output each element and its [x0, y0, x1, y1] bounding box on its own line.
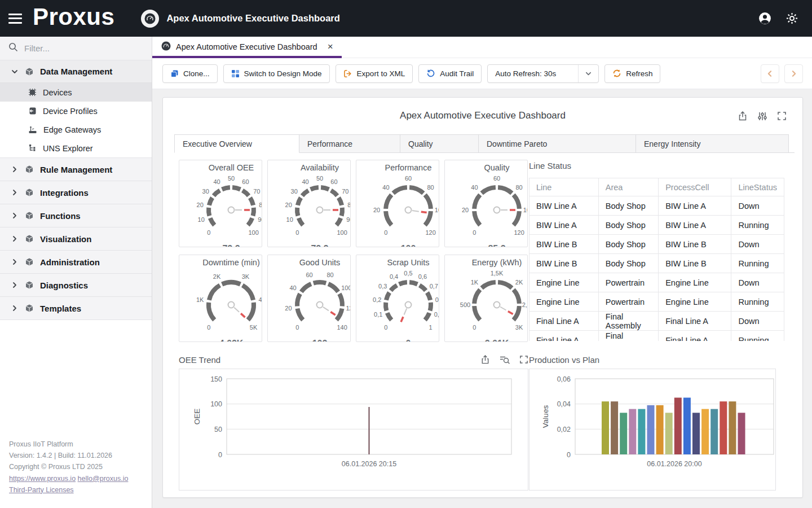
production-title: Production vs Plan — [529, 355, 788, 365]
sidebar-footer: Proxus IIoT Platform Version: 1.4.2 | Bu… — [9, 439, 128, 496]
export-share-icon[interactable] — [480, 354, 490, 365]
page-prev-button[interactable] — [761, 64, 779, 83]
app-title: Apex Automotive Executive Dashboard — [166, 13, 339, 24]
svg-text:2K: 2K — [213, 273, 221, 280]
svg-text:40: 40 — [382, 184, 389, 191]
sidebar-group-diagnostics[interactable]: Diagnostics — [0, 274, 152, 297]
sliders-icon[interactable] — [757, 111, 767, 121]
tab-energy-intensity[interactable]: Energy Intensity — [636, 134, 789, 153]
table-row[interactable]: Final Line AFinal AssemblyFinal Line ARu… — [529, 331, 784, 341]
history-icon — [426, 69, 435, 78]
package-icon — [25, 188, 34, 197]
hamburger-menu-button[interactable] — [8, 14, 22, 24]
auto-refresh-select[interactable]: Auto Refresh: 30s — [487, 64, 599, 83]
clone-button[interactable]: Clone... — [162, 64, 218, 83]
sidebar-item-device-profiles[interactable]: Device Profiles — [0, 102, 152, 120]
sidebar-group-label: Data Management — [40, 67, 112, 76]
footer-email-link[interactable]: hello@proxus.io — [78, 475, 129, 483]
svg-text:4K: 4K — [259, 296, 262, 303]
chevron-right-icon — [11, 258, 19, 266]
sidebar-filter — [0, 37, 152, 60]
svg-text:5K: 5K — [250, 324, 258, 331]
design-mode-icon — [231, 69, 240, 78]
sidebar-group-integrations[interactable]: Integrations — [0, 181, 152, 204]
data-zoom-icon[interactable] — [499, 354, 510, 365]
sidebar-item-edge-gateways[interactable]: Edge Gateways — [0, 120, 152, 139]
table-row[interactable]: Engine LinePowertrainEngine LineRunning — [529, 292, 784, 312]
fullscreen-icon[interactable] — [777, 111, 787, 121]
bar — [701, 409, 709, 454]
sidebar-item-label: Device Profiles — [43, 107, 98, 116]
chevron-down-icon — [578, 65, 598, 82]
sidebar-group-administration[interactable]: Administration — [0, 251, 152, 274]
svg-text:10: 10 — [286, 216, 293, 223]
tab-close-icon[interactable]: × — [328, 42, 333, 51]
active-tab-underline — [152, 56, 342, 58]
svg-text:50: 50 — [214, 426, 222, 433]
switch-design-mode-button[interactable]: Switch to Design Mode — [223, 64, 330, 83]
sidebar-group-label: Rule Management — [40, 165, 112, 174]
bar — [710, 409, 718, 454]
sidebar-group-data-management[interactable]: Data Management — [0, 60, 152, 83]
export-xml-button[interactable]: Export to XML — [336, 64, 413, 83]
sidebar-item-uns-explorer[interactable]: UNS Explorer — [0, 139, 152, 157]
svg-text:OEE: OEE — [193, 409, 201, 425]
bar — [683, 398, 691, 455]
svg-text:20: 20 — [373, 207, 380, 213]
gauge-performance: Performance020406080100120100 — [356, 160, 439, 247]
dashboard-document-tab[interactable]: Apex Automotive Executive Dashboard × — [152, 37, 342, 56]
svg-text:0,6: 0,6 — [418, 273, 427, 280]
svg-text:140: 140 — [337, 324, 347, 331]
gauge-title: Quality — [466, 163, 527, 175]
filter-input[interactable] — [24, 43, 143, 53]
page-next-button[interactable] — [784, 64, 803, 83]
bar — [611, 401, 618, 454]
tab-executive-overview[interactable]: Executive Overview — [174, 134, 299, 153]
oee-trend-section: OEE Trend 150100500OEE06.01.2026 20:15 — [179, 352, 528, 491]
audit-trail-button[interactable]: Audit Trail — [418, 64, 482, 83]
svg-text:60: 60 — [306, 271, 312, 278]
settings-gear-icon[interactable] — [785, 12, 798, 25]
package-icon — [25, 165, 34, 174]
gauge-value: 100 — [378, 244, 439, 247]
gauge-title: Overall OEE — [201, 163, 262, 175]
table-row[interactable]: BIW Line BBody ShopBIW Line BRunning — [529, 254, 784, 273]
svg-text:06.01.2026 20:15: 06.01.2026 20:15 — [342, 460, 396, 468]
chevron-right-icon — [11, 235, 19, 243]
tab-downtime-pareto[interactable]: Downtime Pareto — [478, 134, 636, 153]
tab-performance[interactable]: Performance — [299, 134, 400, 153]
fullscreen-icon[interactable] — [519, 355, 528, 364]
account-icon[interactable] — [758, 11, 772, 25]
svg-text:120: 120 — [514, 229, 524, 236]
table-row[interactable]: BIW Line ABody ShopBIW Line ADown — [529, 196, 784, 216]
oee-trend-title: OEE Trend — [179, 355, 480, 365]
production-vs-plan-section: Production vs Plan 0,060,040,020Values06… — [529, 352, 788, 491]
footer-licenses-link[interactable]: Third-Party Licenses — [9, 486, 74, 494]
bar — [602, 401, 609, 454]
table-row[interactable]: BIW Line BBody ShopBIW Line BDown — [529, 235, 784, 254]
sidebar-item-devices[interactable]: Devices — [0, 83, 152, 102]
table-row[interactable]: Final Line AFinal AssemblyFinal Line ADo… — [529, 312, 784, 331]
gauge-overall-oee: Overall OEE010203040506070809010072.2 — [179, 160, 262, 247]
table-row[interactable]: Engine LinePowertrainEngine LineDown — [529, 273, 784, 292]
refresh-button[interactable]: Refresh — [604, 64, 660, 83]
sidebar-group-rule-management[interactable]: Rule Management — [0, 158, 152, 181]
package-icon — [25, 67, 34, 76]
export-share-icon[interactable] — [738, 111, 748, 121]
production-chart: 0,060,040,020Values06.01.2026 20:00 — [529, 369, 776, 491]
sidebar-group-functions[interactable]: Functions — [0, 204, 152, 227]
gauge-value: 72.2 — [201, 244, 262, 247]
svg-text:2K: 2K — [515, 279, 523, 286]
svg-text:1K: 1K — [471, 279, 479, 286]
svg-text:0,8: 0,8 — [435, 296, 439, 303]
sidebar-group-templates[interactable]: Templates — [0, 297, 152, 320]
chevron-right-icon — [789, 69, 798, 78]
svg-text:100: 100 — [210, 400, 222, 408]
footer-site-link[interactable]: https://www.proxus.io — [9, 475, 76, 483]
gauge-scrap-units: Scrap Units00,10,20,30,40,50,60,70,80,91… — [356, 255, 439, 342]
sidebar-group-visualization[interactable]: Visualization — [0, 227, 152, 251]
table-row[interactable]: BIW Line ABody ShopBIW Line ARunning — [529, 216, 784, 235]
svg-text:2,5K: 2,5K — [522, 301, 527, 308]
gateway-icon — [28, 125, 37, 134]
tab-quality[interactable]: Quality — [400, 134, 479, 153]
